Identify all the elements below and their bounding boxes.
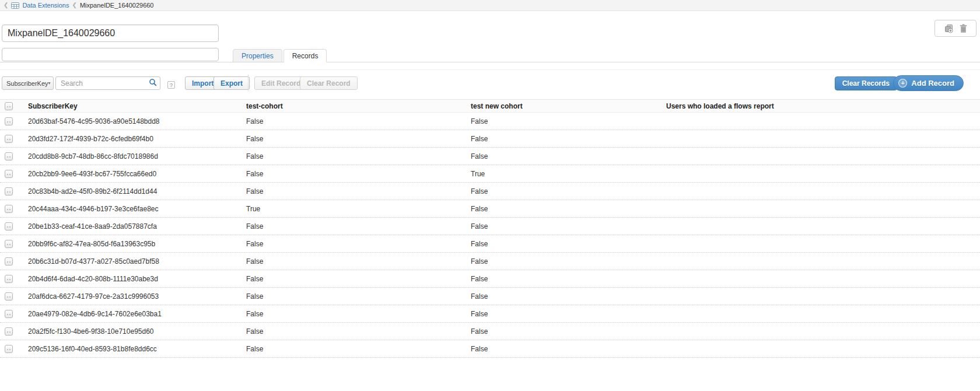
table-body: 20d63baf-5476-4c95-9036-a90e5148bdd8 Fal… [0,113,980,358]
records-toolbar: SubscriberKey ▾ ? Import Export Edit Rec… [0,69,980,95]
cell-subscriberkey: 209c5136-16f0-40ed-8593-81b8fe8dd6cc [23,345,246,353]
search-button[interactable] [146,78,159,89]
tab-bar: Properties Records [0,49,980,62]
breadcrumb-separator-chevron-icon: ❮ [72,2,77,8]
cell-test-cohort: False [246,240,471,248]
cell-test-cohort: False [246,275,471,283]
cell-test-new-cohort: False [471,205,666,213]
cell-test-new-cohort: False [471,345,666,353]
breadcrumb-back-chevron-icon[interactable]: ❮ [4,2,8,8]
column-header-test-cohort: test-cohort [246,102,471,110]
row-checkbox[interactable] [5,205,13,213]
clear-record-button[interactable]: Clear Record [300,76,358,90]
table-row[interactable]: 20bb9f6c-af82-47ea-805d-f6a13963c95b Fal… [0,235,980,253]
cell-subscriberkey: 20a2f5fc-f130-4be6-9f38-10e710e95d60 [23,327,246,336]
cell-test-cohort: False [246,170,471,178]
cell-test-new-cohort: False [471,292,666,301]
copy-icon[interactable] [944,24,954,33]
table-row[interactable]: 20a2f5fc-f130-4be6-9f38-10e710e95d60 Fal… [0,323,980,340]
cell-test-cohort: False [246,292,471,301]
tab-properties[interactable]: Properties [233,49,282,62]
cell-test-cohort: False [246,135,471,143]
cell-test-new-cohort: False [471,310,666,318]
row-checkbox[interactable] [5,292,13,301]
table-row[interactable]: 209c5136-16f0-40ed-8593-81b8fe8dd6cc Fal… [0,340,980,358]
row-checkbox[interactable] [5,257,13,266]
cell-test-cohort: True [246,205,471,213]
table-row[interactable]: 20b4d6f4-6dad-4c20-808b-1111e30abe3d Fal… [0,270,980,288]
cell-test-new-cohort: False [471,240,666,248]
cell-subscriberkey: 20d3fd27-172f-4939-b72c-6cfedb69f4b0 [23,135,246,143]
extension-actions-group [935,20,977,37]
help-icon[interactable]: ? [167,81,175,89]
cell-test-cohort: False [246,152,471,160]
column-header-users-flows-report: Users who loaded a flows report [666,102,980,110]
cell-subscriberkey: 20b6c31d-b07d-4377-a027-85c0aed7bf58 [23,257,246,266]
table-row[interactable]: 20c44aaa-434c-4946-b197-3e3ce6fae8ec Tru… [0,200,980,218]
extension-name-field[interactable] [2,25,219,42]
cell-subscriberkey: 20cb2bb9-9ee6-493f-bc67-755fcca66ed0 [23,170,246,178]
row-checkbox[interactable] [5,222,13,231]
toolbar-divider [248,75,249,91]
table-row[interactable]: 20cdd8b8-9cb7-48db-86cc-8fdc7018986d Fal… [0,148,980,165]
cell-test-cohort: False [246,310,471,318]
cell-test-cohort: False [246,345,471,353]
table-header-row: SubscriberKey test-cohort test new cohor… [0,99,980,113]
cell-test-new-cohort: False [471,135,666,143]
row-checkbox[interactable] [5,240,13,248]
add-record-label: Add Record [911,79,954,88]
cell-test-cohort: False [246,187,471,196]
search-input[interactable] [55,76,160,90]
cell-test-new-cohort: False [471,257,666,266]
cell-subscriberkey: 20be1b33-ceaf-41ce-8aa9-2da057887cfa [23,222,246,231]
search-icon [149,78,157,88]
search-field-dropdown-value: SubscriberKey [6,80,48,87]
cell-subscriberkey: 20b4d6f4-6dad-4c20-808b-1111e30abe3d [23,275,246,283]
row-checkbox[interactable] [5,170,13,178]
cell-test-cohort: False [246,257,471,266]
table-row[interactable]: 20af6dca-6627-4179-97ce-2a31c9996053 Fal… [0,288,980,305]
cell-test-new-cohort: False [471,187,666,196]
row-checkbox[interactable] [5,152,13,160]
cell-test-new-cohort: False [471,152,666,160]
table-row[interactable]: 20ae4979-082e-4db6-9c14-7602e6e03ba1 Fal… [0,305,980,323]
search-field-dropdown[interactable]: SubscriberKey ▾ [2,76,54,90]
table-row[interactable]: 20c83b4b-ad2e-45f0-89b2-6f2114dd1d44 Fal… [0,183,980,200]
trash-icon[interactable] [960,24,967,33]
row-checkbox[interactable] [5,135,13,143]
table-row[interactable]: 20be1b33-ceaf-41ce-8aa9-2da057887cfa Fal… [0,218,980,235]
breadcrumb-current-item: MixpanelDE_1640029660 [80,2,154,9]
chevron-down-icon: ▾ [48,81,51,86]
breadcrumb-link-data-extensions[interactable]: Data Extensions [22,2,69,9]
cell-subscriberkey: 20d63baf-5476-4c95-9036-a90e5148bdd8 [23,117,246,125]
cell-test-new-cohort: False [471,327,666,336]
row-checkbox[interactable] [5,345,13,353]
data-extension-records-page: ❮ Data Extensions ❮ MixpanelDE_164002966… [0,0,980,391]
table-row[interactable]: 20d3fd27-172f-4939-b72c-6cfedb69f4b0 Fal… [0,130,980,148]
cell-test-cohort: False [246,222,471,231]
cell-test-cohort: False [246,117,471,125]
row-checkbox[interactable] [5,187,13,196]
column-header-subscriberkey: SubscriberKey [23,102,246,110]
clear-records-button[interactable]: Clear Records [835,76,897,90]
table-row[interactable]: 20d63baf-5476-4c95-9036-a90e5148bdd8 Fal… [0,113,980,130]
table-row[interactable]: 20b6c31d-b07d-4377-a027-85c0aed7bf58 Fal… [0,253,980,270]
row-checkbox[interactable] [5,117,13,125]
tab-records[interactable]: Records [284,49,327,62]
export-button[interactable]: Export [214,76,250,90]
cell-test-new-cohort: True [471,170,666,178]
records-table: SubscriberKey test-cohort test new cohor… [0,99,980,358]
table-row[interactable]: 20cb2bb9-9ee6-493f-bc67-755fcca66ed0 Fal… [0,165,980,183]
cell-subscriberkey: 20c83b4b-ad2e-45f0-89b2-6f2114dd1d44 [23,187,246,196]
add-record-button[interactable]: + Add Record [893,75,964,91]
row-checkbox[interactable] [5,327,13,336]
cell-test-cohort: False [246,327,471,336]
row-checkbox[interactable] [5,275,13,283]
select-all-checkbox[interactable] [5,102,13,110]
cell-subscriberkey: 20cdd8b8-9cb7-48db-86cc-8fdc7018986d [23,152,246,160]
breadcrumb: ❮ Data Extensions ❮ MixpanelDE_164002966… [0,0,980,11]
cell-subscriberkey: 20ae4979-082e-4db6-9c14-7602e6e03ba1 [23,310,246,318]
cell-test-new-cohort: False [471,275,666,283]
search-box [55,76,160,90]
row-checkbox[interactable] [5,310,13,318]
